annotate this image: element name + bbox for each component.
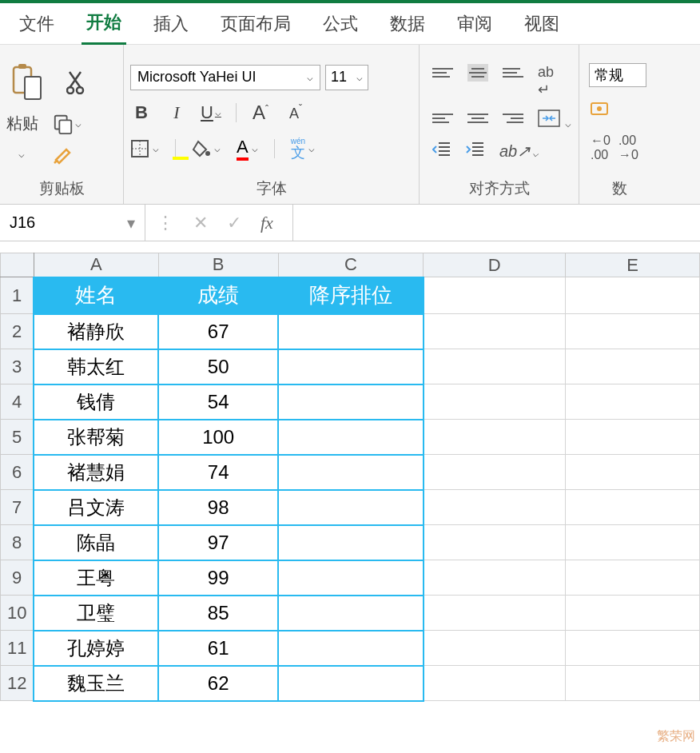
row-header[interactable]: 12	[1, 666, 34, 701]
fx-label[interactable]: fx	[261, 213, 273, 233]
row-header[interactable]: 4	[1, 384, 34, 420]
font-size-select[interactable]: 11 ⌵	[325, 65, 368, 90]
cell[interactable]: 100	[158, 420, 278, 455]
align-middle-button[interactable]	[467, 64, 488, 82]
col-header-A[interactable]: A	[34, 253, 158, 277]
cell[interactable]	[278, 455, 424, 490]
tab-file[interactable]: 文件	[14, 4, 59, 44]
cell[interactable]	[566, 666, 700, 701]
cell[interactable]: 卫璧	[34, 596, 158, 631]
cell[interactable]	[278, 596, 424, 631]
tab-insert[interactable]: 插入	[149, 4, 193, 44]
increase-font-button[interactable]: Aˆ	[249, 102, 272, 124]
cell[interactable]	[278, 420, 424, 455]
cell[interactable]	[566, 384, 700, 420]
col-header-E[interactable]: E	[566, 253, 700, 277]
row-header[interactable]: 9	[1, 560, 34, 596]
select-all-corner[interactable]	[1, 253, 34, 277]
borders-button[interactable]: ⌵	[130, 139, 159, 158]
tab-home[interactable]: 开始	[82, 2, 126, 45]
cell[interactable]: 韩太红	[34, 349, 158, 384]
tab-layout[interactable]: 页面布局	[216, 4, 296, 44]
name-box[interactable]: J16 ▾	[0, 205, 145, 241]
increase-decimal-button[interactable]: .00→0	[618, 133, 638, 162]
grid[interactable]: A B C D E 1 姓名 成绩 降序排位 2褚静欣67 3韩太红50 4钱倩…	[0, 253, 700, 702]
cell[interactable]	[278, 490, 424, 525]
orientation-button[interactable]: ab↗⌵	[499, 141, 539, 161]
tab-review[interactable]: 审阅	[452, 4, 497, 44]
tab-formulas[interactable]: 公式	[318, 4, 363, 44]
cell[interactable]	[566, 277, 700, 314]
cell[interactable]: 67	[158, 314, 278, 349]
cell[interactable]	[424, 277, 566, 314]
copy-icon[interactable]: ⌵	[53, 113, 82, 135]
cell[interactable]	[424, 349, 566, 384]
row-header[interactable]: 6	[1, 455, 34, 490]
cell[interactable]: 54	[158, 384, 278, 420]
paste-dropdown[interactable]: ⌵	[6, 143, 35, 165]
cell[interactable]: 姓名	[34, 277, 158, 314]
row-header[interactable]: 11	[1, 631, 34, 666]
cell[interactable]: 张帮菊	[34, 420, 158, 455]
cell[interactable]	[566, 455, 700, 490]
bold-button[interactable]: B	[130, 102, 153, 123]
cell[interactable]	[424, 455, 566, 490]
tab-data[interactable]: 数据	[385, 4, 430, 44]
cell[interactable]: 74	[158, 455, 278, 490]
wrap-text-button[interactable]: ab↵	[538, 64, 554, 98]
merge-button[interactable]: ⌵	[538, 110, 571, 130]
paste-icon[interactable]	[6, 60, 48, 105]
cell[interactable]	[278, 349, 424, 384]
cell[interactable]	[278, 560, 424, 596]
cell[interactable]: 褚慧娟	[34, 455, 158, 490]
row-header[interactable]: 2	[1, 314, 34, 349]
align-bottom-button[interactable]	[503, 64, 523, 82]
align-top-button[interactable]	[432, 64, 453, 82]
row-header[interactable]: 1	[1, 277, 34, 314]
format-painter-icon[interactable]	[50, 143, 78, 165]
row-header[interactable]: 10	[1, 596, 34, 631]
cell[interactable]: 王粤	[34, 560, 158, 596]
cell[interactable]	[278, 666, 424, 701]
cell[interactable]: 成绩	[158, 277, 278, 314]
cell[interactable]	[566, 420, 700, 455]
cell[interactable]	[566, 349, 700, 384]
paste-label[interactable]: 粘贴	[6, 113, 38, 134]
cell[interactable]	[278, 314, 424, 349]
font-name-select[interactable]: Microsoft YaHei UI ⌵	[130, 65, 320, 90]
cell[interactable]	[566, 490, 700, 525]
row-header[interactable]: 5	[1, 420, 34, 455]
cell[interactable]	[278, 631, 424, 666]
tab-view[interactable]: 视图	[519, 4, 564, 44]
increase-indent-button[interactable]	[466, 141, 485, 161]
cell[interactable]	[424, 631, 566, 666]
phonetic-guide-button[interactable]: wén 文 ⌵	[291, 137, 315, 160]
cell[interactable]	[424, 490, 566, 525]
cell[interactable]	[278, 384, 424, 420]
more-icon[interactable]: ⋮	[157, 213, 174, 233]
col-header-B[interactable]: B	[158, 253, 278, 277]
cell[interactable]	[566, 631, 700, 666]
font-color-button[interactable]: A ⌵	[237, 137, 258, 161]
align-center-button[interactable]	[467, 110, 488, 127]
cell[interactable]	[424, 384, 566, 420]
cell[interactable]: 吕文涛	[34, 490, 158, 525]
cell[interactable]	[566, 314, 700, 349]
decrease-decimal-button[interactable]: ←0.00	[591, 133, 611, 162]
cell[interactable]: 钱倩	[34, 384, 158, 420]
cell[interactable]: 50	[158, 349, 278, 384]
align-right-button[interactable]	[503, 110, 523, 127]
cell[interactable]	[424, 560, 566, 596]
cut-icon[interactable]	[62, 71, 91, 94]
decrease-indent-button[interactable]	[432, 141, 451, 161]
cell[interactable]	[424, 314, 566, 349]
decrease-font-button[interactable]: Aˇ	[284, 102, 307, 123]
align-left-button[interactable]	[432, 110, 453, 127]
cell[interactable]	[566, 560, 700, 596]
cancel-icon[interactable]: ✕	[193, 213, 208, 233]
formula-input[interactable]	[292, 205, 700, 241]
cell[interactable]	[424, 596, 566, 631]
row-header[interactable]: 8	[1, 525, 34, 560]
row-header[interactable]: 7	[1, 490, 34, 525]
cell[interactable]: 97	[158, 525, 278, 560]
